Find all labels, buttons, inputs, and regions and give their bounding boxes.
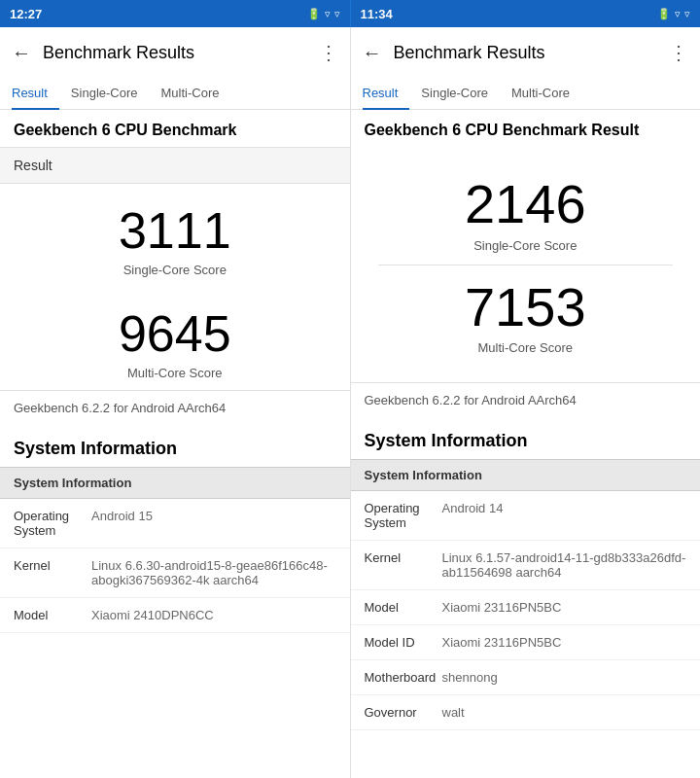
sys-label: Kernel	[14, 558, 91, 573]
sys-label: Motherboard	[365, 670, 442, 685]
battery-icon: 🔋	[307, 8, 321, 20]
signal-icon-r: ▿	[684, 8, 690, 20]
sys-value: Android 15	[91, 509, 336, 523]
right-sys-heading: System Information	[351, 417, 701, 459]
sys-value: Xiaomi 2410DPN6CC	[91, 608, 336, 622]
table-row: Operating SystemAndroid 14	[351, 491, 701, 541]
left-menu-button[interactable]: ⋮	[319, 41, 338, 64]
table-row: Operating SystemAndroid 15	[0, 499, 350, 548]
left-tab-result[interactable]: Result	[12, 78, 59, 110]
sys-value: Xiaomi 23116PN5BC	[442, 635, 687, 650]
left-status-icons: 🔋 ▿ ▿	[307, 8, 340, 20]
right-panel-content: Geekbench 6 CPU Benchmark Result 2146 Si…	[351, 110, 701, 778]
right-toolbar: ← Benchmark Results ⋮	[351, 27, 701, 78]
right-singlecore-block: 2146 Single-Core Score	[365, 162, 687, 265]
left-panel-content: Geekbench 6 CPU Benchmark Result 3111 Si…	[0, 110, 350, 778]
wifi-icon-r: ▿	[675, 8, 681, 20]
right-singlecore-score: 2146	[365, 174, 687, 234]
right-panel: ← Benchmark Results ⋮ Result Single-Core…	[351, 27, 701, 778]
right-sys-rows: Operating SystemAndroid 14KernelLinux 6.…	[351, 491, 701, 730]
table-row: KernelLinux 6.6.30-android15-8-geae86f16…	[0, 548, 350, 598]
right-multicore-block: 7153 Multi-Core Score	[365, 265, 687, 368]
left-sys-table-header: System Information	[0, 467, 350, 499]
panels: ← Benchmark Results ⋮ Result Single-Core…	[0, 27, 700, 778]
left-singlecore-label: Single-Core Score	[14, 263, 336, 277]
left-sys-heading: System Information	[0, 425, 350, 467]
left-multicore-score: 9645	[14, 306, 336, 362]
right-sys-table-header: System Information	[351, 459, 701, 491]
sys-label: Operating System	[365, 501, 442, 530]
left-singlecore-block: 3111 Single-Core Score	[0, 184, 350, 287]
sys-label: Model ID	[365, 635, 442, 650]
sys-value: Xiaomi 23116PN5BC	[442, 600, 687, 615]
right-title: Benchmark Results	[394, 43, 670, 63]
left-tabs: Result Single-Core Multi-Core	[0, 78, 350, 110]
wifi-icon: ▿	[325, 8, 331, 20]
table-row: Motherboardshennong	[351, 660, 701, 695]
sys-label: Model	[14, 608, 91, 622]
table-row: Governorwalt	[351, 695, 701, 730]
sys-label: Governor	[365, 705, 442, 720]
sys-label: Kernel	[365, 550, 442, 565]
right-status-bar: 11:34 🔋 ▿ ▿	[351, 0, 701, 27]
sys-label: Operating System	[14, 509, 91, 538]
left-benchmark-heading: Geekbench 6 CPU Benchmark	[0, 110, 350, 147]
right-tab-result[interactable]: Result	[363, 78, 410, 110]
left-multicore-label: Multi-Core Score	[14, 366, 336, 380]
left-status-bar: 12:27 🔋 ▿ ▿	[0, 0, 351, 27]
table-row: KernelLinux 6.1.57-android14-11-gd8b333a…	[351, 541, 701, 590]
right-tab-singlecore[interactable]: Single-Core	[409, 78, 500, 110]
right-status-icons: 🔋 ▿ ▿	[657, 8, 690, 20]
right-scores-box: 2146 Single-Core Score 7153 Multi-Core S…	[351, 147, 701, 382]
left-back-button[interactable]: ←	[12, 42, 31, 64]
sys-value: Android 14	[442, 501, 687, 515]
left-singlecore-score: 3111	[14, 203, 336, 259]
right-tabs: Result Single-Core Multi-Core	[351, 78, 701, 110]
left-multicore-block: 9645 Multi-Core Score	[0, 287, 350, 390]
left-toolbar: ← Benchmark Results ⋮	[0, 27, 350, 78]
right-time: 11:34	[361, 7, 393, 21]
right-info-text: Geekbench 6.2.2 for Android AArch64	[351, 382, 701, 417]
right-menu-button[interactable]: ⋮	[669, 41, 688, 64]
sys-value: walt	[442, 705, 687, 720]
table-row: ModelXiaomi 23116PN5BC	[351, 590, 701, 625]
right-back-button[interactable]: ←	[363, 42, 382, 64]
left-result-label: Result	[0, 147, 350, 184]
status-bars: 12:27 🔋 ▿ ▿ 11:34 🔋 ▿ ▿	[0, 0, 700, 27]
sys-value: Linux 6.6.30-android15-8-geae86f166c48-a…	[91, 558, 336, 587]
left-info-text: Geekbench 6.2.2 for Android AArch64	[0, 390, 350, 425]
table-row: Model IDXiaomi 23116PN5BC	[351, 625, 701, 660]
sys-value: Linux 6.1.57-android14-11-gd8b333a26dfd-…	[442, 550, 687, 580]
right-multicore-score: 7153	[365, 277, 687, 337]
left-tab-singlecore[interactable]: Single-Core	[59, 78, 150, 110]
left-tab-multicore[interactable]: Multi-Core	[150, 78, 231, 110]
left-title: Benchmark Results	[43, 43, 319, 63]
battery-icon-r: 🔋	[657, 8, 671, 20]
table-row: ModelXiaomi 2410DPN6CC	[0, 598, 350, 633]
right-singlecore-label: Single-Core Score	[365, 238, 687, 253]
right-benchmark-heading: Geekbench 6 CPU Benchmark Result	[351, 110, 701, 147]
left-sys-rows: Operating SystemAndroid 15KernelLinux 6.…	[0, 499, 350, 633]
right-multicore-label: Multi-Core Score	[365, 340, 687, 355]
left-time: 12:27	[10, 7, 42, 21]
signal-icon: ▿	[334, 8, 340, 20]
left-panel: ← Benchmark Results ⋮ Result Single-Core…	[0, 27, 351, 778]
sys-label: Model	[365, 600, 442, 615]
sys-value: shennong	[442, 670, 687, 685]
right-tab-multicore[interactable]: Multi-Core	[500, 78, 581, 110]
